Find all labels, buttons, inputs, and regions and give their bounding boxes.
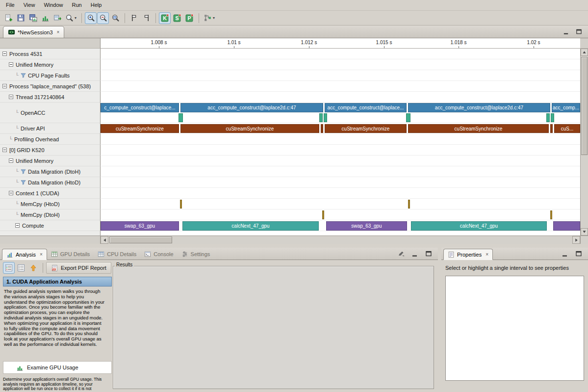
kernel-filter-button[interactable]: K bbox=[159, 12, 171, 24]
guided-analysis-icon[interactable] bbox=[3, 262, 15, 274]
scroll-up-icon[interactable] bbox=[581, 49, 588, 56]
process-filter-button[interactable]: P bbox=[183, 12, 195, 24]
interval-acc-compute-construct-laplace2d-c-47[interactable]: acc_compute_construct@laplace2d.c:47 bbox=[180, 103, 323, 112]
maximize-icon[interactable] bbox=[574, 28, 583, 35]
timeline-vertical-scrollbar[interactable] bbox=[580, 49, 588, 235]
tree-item-openacc[interactable]: └OpenACC bbox=[0, 103, 101, 123]
collapse-expander-icon[interactable] bbox=[9, 191, 13, 195]
tree-item-process-4531[interactable]: Process 4531 bbox=[0, 49, 101, 59]
interval-marker[interactable] bbox=[321, 124, 323, 133]
zoom-in-button[interactable] bbox=[85, 12, 97, 24]
stream-filter-button[interactable]: S bbox=[171, 12, 183, 24]
collapse-expander-icon[interactable] bbox=[9, 158, 13, 163]
tree-item-profiling-overhead[interactable]: └Profiling Overhead bbox=[0, 134, 101, 145]
interval-custreamsynchronize[interactable]: cuStreamSynchronize bbox=[325, 124, 407, 133]
tree-item-process-laplace-managed-538[interactable]: Process "laplace_managed" (538) bbox=[0, 81, 101, 92]
new-session-button[interactable] bbox=[2, 12, 14, 24]
hscroll-thumb[interactable] bbox=[109, 236, 172, 243]
close-icon[interactable]: × bbox=[40, 252, 43, 257]
interval-cus[interactable]: cuS... bbox=[554, 124, 580, 133]
collapse-expander-icon[interactable] bbox=[9, 62, 13, 67]
tab-session[interactable]: *NewSession3 × bbox=[3, 26, 64, 38]
tab-properties[interactable]: Properties × bbox=[443, 249, 493, 260]
interval-marker[interactable] bbox=[408, 200, 410, 209]
prev-marker-button[interactable] bbox=[128, 12, 140, 24]
interval-marker[interactable] bbox=[551, 113, 554, 122]
interval-calcnext-47-gpu[interactable]: calcNext_47_gpu bbox=[411, 221, 547, 231]
zoom-tools-button[interactable]: ▾ bbox=[64, 12, 78, 24]
tab-settings[interactable]: Settings bbox=[178, 248, 214, 260]
menu-help[interactable]: Help bbox=[86, 0, 106, 10]
menu-run[interactable]: Run bbox=[68, 0, 86, 10]
close-icon[interactable]: × bbox=[486, 252, 488, 257]
generate-report-button[interactable] bbox=[39, 12, 51, 24]
zoom-fit-button[interactable] bbox=[109, 12, 121, 24]
tree-item-memcpy-dtoh[interactable]: └MemCpy (DtoH) bbox=[0, 209, 101, 220]
interval-marker[interactable] bbox=[550, 210, 552, 219]
menu-window[interactable]: Window bbox=[39, 0, 67, 10]
analysis-scope-button[interactable]: ▾ bbox=[202, 12, 216, 24]
vscroll-thumb[interactable] bbox=[581, 57, 588, 155]
interval-acc-compute-construct-laplace2d-c-47[interactable]: acc_compute_construct@laplace2d.c:47 bbox=[408, 103, 550, 112]
collapse-expander-icon[interactable] bbox=[2, 148, 7, 152]
interval-marker[interactable] bbox=[553, 221, 580, 231]
save-timeline-button[interactable] bbox=[27, 12, 39, 24]
save-session-button[interactable] bbox=[15, 12, 26, 24]
interval-marker[interactable] bbox=[322, 210, 324, 219]
hscroll-track[interactable] bbox=[108, 236, 572, 244]
tree-item-data-migration-dtoh[interactable]: └Data Migration (DtoH) bbox=[0, 166, 101, 177]
interval-custreamsynchronize[interactable]: cuStreamSynchronize bbox=[180, 124, 319, 133]
collapse-expander-icon[interactable] bbox=[2, 52, 7, 56]
tab-gpu-details[interactable]: GPU Details bbox=[47, 248, 94, 260]
collapse-expander-icon[interactable] bbox=[9, 95, 13, 99]
next-marker-button[interactable] bbox=[140, 12, 152, 24]
interval-acc-comp[interactable]: acc_comp... bbox=[552, 103, 580, 112]
minimize-icon[interactable] bbox=[410, 250, 419, 258]
scroll-left-icon[interactable] bbox=[101, 236, 108, 244]
timeline-ruler[interactable]: 1.008 s1.01 s1.012 s1.015 s1.018 s1.02 s bbox=[101, 38, 580, 49]
tree-item-unified-memory[interactable]: Unified Memory bbox=[0, 156, 101, 166]
examine-gpu-usage-button[interactable]: Examine GPU Usage bbox=[3, 361, 112, 374]
collapse-expander-icon[interactable] bbox=[2, 84, 7, 88]
tree-item-cpu-page-faults[interactable]: └CPU Page Faults bbox=[0, 70, 101, 81]
scroll-down-icon[interactable] bbox=[581, 228, 588, 235]
scroll-right-icon[interactable] bbox=[572, 236, 580, 244]
interval-marker[interactable] bbox=[546, 113, 550, 122]
interval-marker[interactable] bbox=[319, 113, 323, 122]
tab-analysis[interactable]: Analysis× bbox=[2, 249, 47, 260]
tree-item-unified-memory[interactable]: Unified Memory bbox=[0, 59, 101, 70]
interval-marker[interactable] bbox=[406, 113, 410, 122]
interval-marker[interactable] bbox=[550, 124, 553, 133]
interval-marker[interactable] bbox=[179, 113, 183, 122]
tree-item-thread-3172140864[interactable]: Thread 3172140864 bbox=[0, 92, 101, 103]
interval-custreamsynchronize[interactable]: cuStreamSynchronize bbox=[408, 124, 549, 133]
unguided-analysis-icon[interactable] bbox=[15, 262, 27, 274]
tree-item-compute[interactable]: Compute bbox=[0, 220, 101, 231]
view-menu-icon[interactable] bbox=[397, 250, 406, 258]
maximize-icon[interactable] bbox=[424, 250, 433, 258]
export-timeline-button[interactable] bbox=[51, 12, 63, 24]
horizontal-sash[interactable] bbox=[0, 244, 588, 248]
tree-item-driver-api[interactable]: └Driver API bbox=[0, 123, 101, 134]
export-pdf-button[interactable]: PDF Export PDF Report bbox=[46, 262, 111, 274]
minimize-icon[interactable] bbox=[562, 28, 570, 35]
minimize-icon[interactable] bbox=[561, 250, 569, 258]
tree-item-context-1-cuda[interactable]: Context 1 (CUDA) bbox=[0, 188, 101, 199]
interval-calcnext-47-gpu[interactable]: calcNext_47_gpu bbox=[182, 221, 319, 231]
vertical-sash[interactable] bbox=[438, 248, 441, 392]
timeline-horizontal-scrollbar[interactable] bbox=[101, 236, 580, 244]
menu-file[interactable]: File bbox=[1, 0, 19, 10]
interval-marker[interactable] bbox=[180, 200, 182, 209]
close-icon[interactable]: × bbox=[57, 29, 60, 35]
tree-item-data-migration-htod[interactable]: └Data Migration (HtoD) bbox=[0, 177, 101, 188]
interval-marker[interactable] bbox=[324, 113, 327, 122]
tab-cpu-details[interactable]: CPU Details bbox=[94, 248, 140, 260]
interval-swap-63-gpu[interactable]: swap_63_gpu bbox=[101, 221, 179, 231]
interval-swap-63-gpu[interactable]: swap_63_gpu bbox=[326, 221, 407, 231]
interval-c-compute-construct-laplace[interactable]: c_compute_construct@laplace... bbox=[101, 103, 179, 112]
interval-custreamsynchronize[interactable]: cuStreamSynchronize bbox=[101, 124, 179, 133]
tab-console[interactable]: Console bbox=[140, 248, 177, 260]
maximize-icon[interactable] bbox=[574, 250, 583, 258]
collapse-expander-icon[interactable] bbox=[15, 223, 20, 228]
promote-results-icon[interactable] bbox=[27, 262, 39, 274]
